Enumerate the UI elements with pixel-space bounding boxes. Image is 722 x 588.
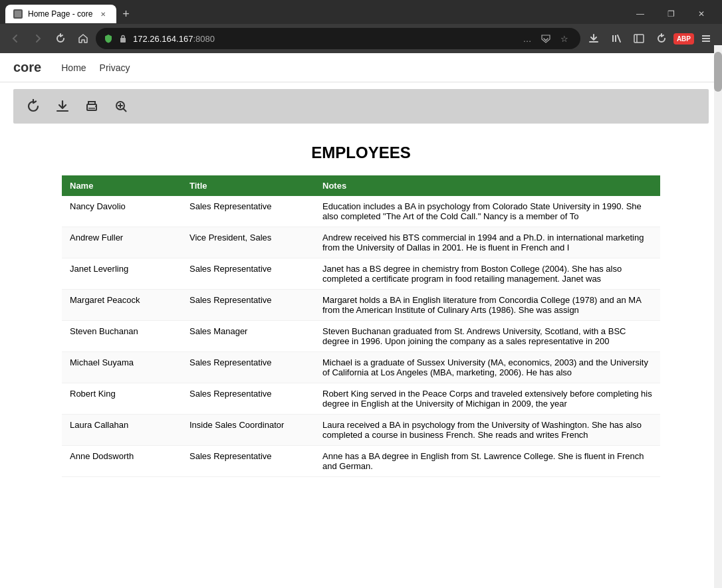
svg-rect-2 bbox=[612, 35, 614, 42]
svg-rect-0 bbox=[15, 11, 21, 17]
sidebar-button[interactable] bbox=[628, 28, 650, 49]
cell-name: Nancy Davolio bbox=[62, 196, 181, 227]
cell-notes: Anne has a BA degree in English from St.… bbox=[314, 446, 660, 477]
site-logo: core bbox=[13, 60, 41, 75]
cell-notes: Education includes a BA in psychology fr… bbox=[314, 196, 660, 227]
cell-notes: Robert King served in the Peace Corps an… bbox=[314, 383, 660, 415]
cell-name: Andrew Fuller bbox=[62, 227, 181, 258]
cell-title: Inside Sales Coordinator bbox=[181, 415, 314, 446]
cell-title: Sales Manager bbox=[181, 321, 314, 352]
cell-title: Sales Representative bbox=[181, 352, 314, 383]
tab-close-button[interactable]: ✕ bbox=[98, 9, 108, 19]
svg-rect-4 bbox=[634, 35, 644, 43]
table-row: Steven Buchanan Sales Manager Steven Buc… bbox=[62, 321, 660, 352]
cell-notes: Janet has a BS degree in chemistry from … bbox=[314, 258, 660, 290]
table-header: Name Title Notes bbox=[62, 175, 660, 196]
browser-toolbar-right: ABP bbox=[583, 28, 717, 49]
forward-button[interactable] bbox=[28, 29, 48, 49]
cell-notes: Andrew received his BTS commercial in 19… bbox=[314, 227, 660, 258]
cell-name: Robert King bbox=[62, 383, 181, 415]
nav-link-privacy[interactable]: Privacy bbox=[100, 62, 130, 73]
table-row: Janet Leverling Sales Representative Jan… bbox=[62, 258, 660, 290]
pocket-icon[interactable] bbox=[538, 31, 554, 47]
cell-title: Sales Representative bbox=[181, 258, 314, 290]
cell-name: Michael Suyama bbox=[62, 352, 181, 383]
more-button[interactable]: … bbox=[519, 31, 535, 47]
employees-table: Name Title Notes Nancy Davolio Sales Rep… bbox=[62, 175, 660, 477]
cell-title: Sales Representative bbox=[181, 446, 314, 477]
window-controls: — ❐ ✕ bbox=[625, 5, 717, 23]
library-button[interactable] bbox=[606, 28, 627, 49]
sync-button[interactable] bbox=[651, 28, 672, 49]
svg-rect-9 bbox=[87, 104, 96, 110]
site-nav: core Home Privacy bbox=[0, 53, 722, 82]
home-button[interactable] bbox=[73, 29, 93, 49]
adblock-button[interactable]: ABP bbox=[673, 33, 694, 45]
col-header-notes: Notes bbox=[314, 175, 660, 196]
main-content: EMPLOYEES Name Title Notes Nancy Davolio… bbox=[0, 130, 722, 490]
cell-notes: Michael is a graduate of Sussex Universi… bbox=[314, 352, 660, 383]
cell-name: Anne Dodsworth bbox=[62, 446, 181, 477]
toolbar-download-button[interactable] bbox=[51, 94, 74, 118]
address-text: 172.26.164.167:8080 bbox=[133, 34, 514, 44]
page-title: EMPLOYEES bbox=[40, 144, 682, 162]
address-main: 172.26.164.167 bbox=[133, 34, 193, 44]
address-bar[interactable]: 172.26.164.167:8080 … ☆ bbox=[96, 28, 580, 49]
scrollbar-thumb[interactable] bbox=[714, 52, 722, 92]
cell-notes: Margaret holds a BA in English literatur… bbox=[314, 290, 660, 321]
cell-title: Sales Representative bbox=[181, 290, 314, 321]
cell-name: Steven Buchanan bbox=[62, 321, 181, 352]
table-row: Robert King Sales Representative Robert … bbox=[62, 383, 660, 415]
cell-notes: Laura received a BA in psychology from t… bbox=[314, 415, 660, 446]
table-row: Anne Dodsworth Sales Representative Anne… bbox=[62, 446, 660, 477]
svg-rect-1 bbox=[120, 38, 126, 43]
cell-title: Sales Representative bbox=[181, 383, 314, 415]
table-row: Nancy Davolio Sales Representative Educa… bbox=[62, 196, 660, 227]
active-tab[interactable]: Home Page - core ✕ bbox=[5, 5, 116, 23]
address-port: :8080 bbox=[193, 34, 215, 44]
download-button[interactable] bbox=[583, 28, 604, 49]
table-row: Michael Suyama Sales Representative Mich… bbox=[62, 352, 660, 383]
cell-title: Vice President, Sales bbox=[181, 227, 314, 258]
browser-chrome: Home Page - core ✕ + — ❐ ✕ bbox=[0, 0, 722, 53]
col-header-name: Name bbox=[62, 175, 181, 196]
cell-name: Laura Callahan bbox=[62, 415, 181, 446]
table-row: Margaret Peacock Sales Representative Ma… bbox=[62, 290, 660, 321]
nav-link-home[interactable]: Home bbox=[61, 62, 86, 73]
new-tab-button[interactable]: + bbox=[116, 5, 135, 23]
tab-title: Home Page - core bbox=[28, 9, 92, 19]
cell-notes: Steven Buchanan graduated from St. Andre… bbox=[314, 321, 660, 352]
refresh-button[interactable] bbox=[51, 29, 70, 49]
cell-title: Sales Representative bbox=[181, 196, 314, 227]
address-actions: … ☆ bbox=[519, 31, 572, 47]
col-header-title: Title bbox=[181, 175, 314, 196]
maximize-button[interactable]: ❐ bbox=[656, 5, 686, 23]
svg-point-10 bbox=[95, 106, 96, 107]
nav-bar: 172.26.164.167:8080 … ☆ bbox=[0, 24, 722, 53]
tab-favicon bbox=[13, 9, 23, 19]
table-row: Andrew Fuller Vice President, Sales Andr… bbox=[62, 227, 660, 258]
table-row: Laura Callahan Inside Sales Coordinator … bbox=[62, 415, 660, 446]
minimize-button[interactable]: — bbox=[625, 5, 656, 23]
close-button[interactable]: ✕ bbox=[686, 5, 717, 23]
toolbar-zoom-button[interactable] bbox=[109, 94, 133, 118]
svg-rect-3 bbox=[615, 35, 616, 42]
toolbar-refresh-button[interactable] bbox=[21, 94, 45, 118]
table-body: Nancy Davolio Sales Representative Educa… bbox=[62, 196, 660, 477]
cell-name: Janet Leverling bbox=[62, 258, 181, 290]
back-button[interactable] bbox=[5, 29, 25, 49]
toolbar-print-button[interactable] bbox=[80, 94, 104, 118]
page-content: core Home Privacy EMPLOYEES bbox=[0, 53, 722, 571]
browser-window: Home Page - core ✕ + — ❐ ✕ bbox=[0, 0, 722, 588]
security-icon bbox=[104, 34, 113, 43]
lock-icon bbox=[118, 34, 128, 43]
report-toolbar bbox=[13, 89, 709, 124]
star-icon[interactable]: ☆ bbox=[556, 31, 572, 47]
scrollbar[interactable] bbox=[714, 45, 722, 588]
cell-name: Margaret Peacock bbox=[62, 290, 181, 321]
tab-bar: Home Page - core ✕ + — ❐ ✕ bbox=[0, 0, 722, 24]
